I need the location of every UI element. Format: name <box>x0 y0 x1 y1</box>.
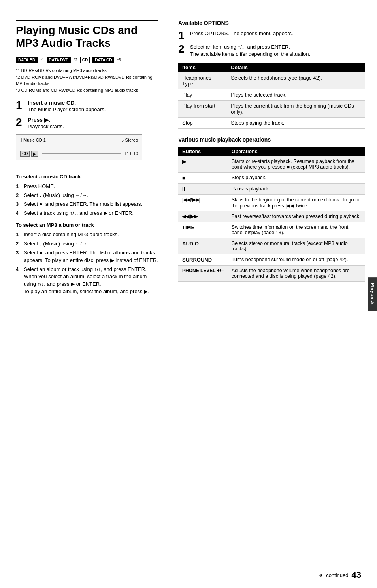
options-detail-stop: Stops playing the track. <box>227 118 365 129</box>
select-mp3-step-2: 2 Select ♩ (Music) using ←/→. <box>16 240 158 248</box>
options-step-2: 2 Select an item using ↑/↓, and press EN… <box>178 44 365 58</box>
ops-btn-pause: II <box>178 184 228 195</box>
divider-1 <box>16 167 158 167</box>
step-2-title: Press ▶. <box>28 117 158 123</box>
select-mp3-list: 1 Insert a disc containing MP3 audio tra… <box>16 231 158 296</box>
select-cd-step-3: 3 Select ●, and press ENTER. The music l… <box>16 201 158 208</box>
table-row: |◀◀/▶▶| Skips to the beginning of the cu… <box>178 195 365 211</box>
ops-btn-audio: AUDIO <box>178 238 228 254</box>
continued-text: continued <box>326 572 348 578</box>
table-row: PHONE LEVEL +/– Adjusts the headphone vo… <box>178 266 365 282</box>
table-row: TIME Switches time information on the sc… <box>178 222 365 238</box>
ops-btn-surround: SURROUND <box>178 254 228 266</box>
options-detail-headphones: Selects the headphones type (page 42). <box>227 72 365 89</box>
step-2-num: 2 <box>16 117 25 128</box>
disc-badges: DATA BD *1 DATA DVD *2 CD DATA CD *3 <box>16 57 158 63</box>
options-col-items: Items <box>178 63 227 72</box>
options-item-play: Play <box>178 89 227 101</box>
select-cd-list: 1 Press HOME. 2 Select ♩ (Music) using ←… <box>16 183 158 217</box>
options-detail-playfromstart: Plays the current track from the beginni… <box>227 101 365 118</box>
step-1-num: 1 <box>16 100 25 111</box>
table-row: SURROUND Turns headphone surround mode o… <box>178 254 365 266</box>
page-title-line2: MP3 Audio Tracks <box>16 37 111 49</box>
ops-col-operations: Operations <box>228 147 365 156</box>
badge-data-cd: DATA CD <box>92 57 114 63</box>
ops-btn-time: TIME <box>178 222 228 238</box>
ops-col-buttons: Buttons <box>178 147 228 156</box>
options-step-2-text: Select an item using ↑/↓, and press ENTE… <box>190 44 365 58</box>
operations-table: Buttons Operations ▶ Starts or re-starts… <box>178 147 365 282</box>
select-mp3-step-1: 1 Insert a disc containing MP3 audio tra… <box>16 231 158 239</box>
table-row: Stop Stops playing the track. <box>178 118 365 129</box>
player-bottom: CD ▶ T1 0:10 <box>20 151 138 157</box>
ops-op-surround: Turns headphone surround mode on or off … <box>228 254 365 266</box>
ops-op-ff: Fast reverses/fast forwards when pressed… <box>228 211 365 222</box>
options-step-1-num: 1 <box>178 30 187 41</box>
table-row: ■ Stops playback. <box>178 173 365 184</box>
table-row: Headphones Type Selects the headphones t… <box>178 72 365 89</box>
step-1: 1 Insert a music CD. The Music Player sc… <box>16 100 158 113</box>
left-column: Playing Music CDs and MP3 Audio Tracks D… <box>0 12 170 576</box>
ops-btn-ff: ◀◀/▶▶ <box>178 211 228 222</box>
ops-btn-stop: ■ <box>178 173 228 184</box>
options-step-1: 1 Press OPTIONS. The options menu appear… <box>178 30 365 41</box>
step-2: 2 Press ▶. Playback starts. <box>16 117 158 130</box>
ops-op-phone-level: Adjusts the headphone volume when headph… <box>228 266 365 282</box>
ops-op-audio: Selects stereo or monaural tracks (excep… <box>228 238 365 254</box>
step-1-desc: The Music Player screen appears. <box>28 106 158 113</box>
ops-op-play: Starts or re-starts playback. Resumes pl… <box>228 156 365 173</box>
table-row: ▶ Starts or re-starts playback. Resumes … <box>178 156 365 173</box>
sup3: *3 <box>117 58 121 62</box>
select-cd-title: To select a music CD track <box>16 174 158 180</box>
badge-cd: CD <box>80 57 90 63</box>
footnote-2: *2 DVD-ROMs and DVD+RWs/DVD+Rs/DVD-RWs/D… <box>16 74 158 87</box>
table-row: Play Plays the selected track. <box>178 89 365 101</box>
options-step-1-text: Press OPTIONS. The options menu appears. <box>190 30 365 37</box>
right-column: Available OPTIONS 1 Press OPTIONS. The o… <box>170 12 377 576</box>
table-row: ◀◀/▶▶ Fast reverses/fast forwards when p… <box>178 211 365 222</box>
options-detail-play: Plays the selected track. <box>227 89 365 101</box>
player-btn-cd[interactable]: CD <box>20 151 30 157</box>
table-row: II Pauses playback. <box>178 184 365 195</box>
badge-data-bd: DATA BD <box>16 57 38 63</box>
step-2-desc: Playback starts. <box>28 123 158 130</box>
select-cd-step-4: 4 Select a track using ↑/↓, and press ▶ … <box>16 210 158 217</box>
options-table: Items Details Headphones Type Selects th… <box>178 63 365 129</box>
step-1-content: Insert a music CD. The Music Player scre… <box>28 100 158 113</box>
options-step-2-content: Select an item using ↑/↓, and press ENTE… <box>190 44 365 58</box>
ops-btn-play: ▶ <box>178 156 228 173</box>
page-title: Playing Music CDs and MP3 Audio Tracks <box>16 20 158 49</box>
options-item-stop: Stop <box>178 118 227 129</box>
ops-btn-skip: |◀◀/▶▶| <box>178 195 228 211</box>
playback-tab: Playback <box>368 277 377 311</box>
player-stereo: ♪ Stereo <box>122 138 138 143</box>
ops-op-stop: Stops playback. <box>228 173 365 184</box>
options-item-playfromstart: Play from start <box>178 101 227 118</box>
footnote-3: *3 CD-ROMs and CD-RWs/CD-Rs containing M… <box>16 87 158 94</box>
table-row: AUDIO Selects stereo or monaural tracks … <box>178 238 365 254</box>
player-top: ♩ Music CD 1 ♪ Stereo <box>20 138 138 143</box>
sup1: *1 <box>40 58 44 62</box>
select-mp3-title: To select an MP3 album or track <box>16 222 158 228</box>
ops-op-skip: Skips to the beginning of the current or… <box>228 195 365 211</box>
select-cd-step-1: 1 Press HOME. <box>16 183 158 190</box>
player-btn-play[interactable]: ▶ <box>31 151 38 157</box>
page-number: 43 <box>352 570 361 580</box>
options-col-details: Details <box>227 63 365 72</box>
badge-data-dvd: DATA DVD <box>47 57 71 63</box>
options-step-1-content: Press OPTIONS. The options menu appears. <box>190 30 365 37</box>
player-time: T1 0:10 <box>124 152 138 156</box>
footnote-1: *1 BD-REs/BD-Rs containing MP3 audio tra… <box>16 67 158 74</box>
step-2-content: Press ▶. Playback starts. <box>28 117 158 130</box>
player-progress <box>42 153 121 154</box>
player-controls: CD ▶ <box>20 151 38 157</box>
ops-op-pause: Pauses playback. <box>228 184 365 195</box>
footnotes: *1 BD-REs/BD-Rs containing MP3 audio tra… <box>16 67 158 93</box>
options-step-2-num: 2 <box>178 44 187 55</box>
page-title-line1: Playing Music CDs and <box>16 24 138 36</box>
player-mockup: ♩ Music CD 1 ♪ Stereo CD ▶ T1 0:10 <box>16 134 142 160</box>
sup2: *2 <box>74 58 77 62</box>
page-footer: ➜ continued 43 <box>318 570 361 580</box>
table-row: Play from start Plays the current track … <box>178 101 365 118</box>
select-mp3-step-4: 4 Select an album or track using ↑/↓, an… <box>16 266 158 296</box>
